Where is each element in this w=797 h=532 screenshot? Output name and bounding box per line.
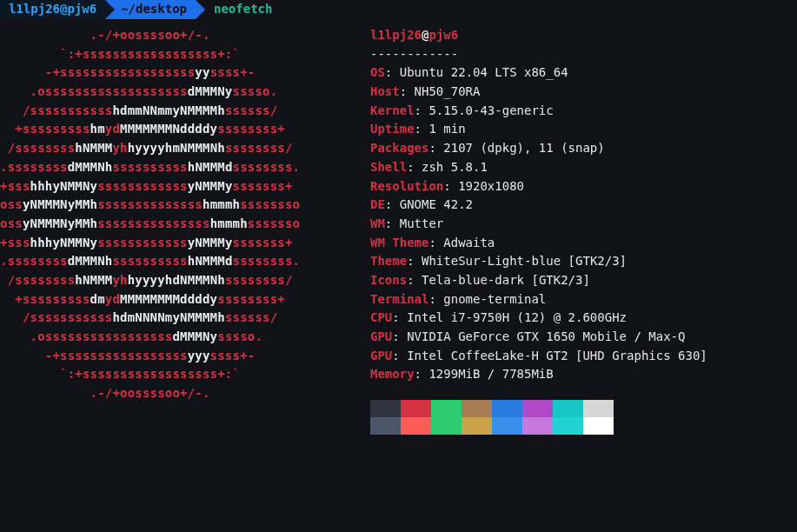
- prompt-line[interactable]: l1lpj26@pjw6 ~/desktop neofetch: [0, 0, 797, 19]
- info-value: 1299MiB / 7785MiB: [428, 367, 553, 381]
- info-value: NH50_70RA: [415, 84, 481, 98]
- color-swatch: [583, 417, 614, 435]
- color-swatch: [583, 400, 614, 417]
- info-colon: :: [428, 292, 443, 306]
- info-colon: :: [428, 236, 443, 249]
- color-swatches: [370, 400, 614, 435]
- color-swatch: [401, 417, 431, 435]
- info-value: Intel i7-9750H (12) @ 2.600GHz: [407, 310, 627, 324]
- color-swatch: [553, 417, 583, 435]
- info-colon: :: [385, 65, 400, 79]
- info-value: Tela-blue-dark [GTK2/3]: [422, 273, 590, 287]
- info-value: Ubuntu 22.04 LTS x86_64: [400, 65, 568, 79]
- info-field: OS: Ubuntu 22.04 LTS x86_64: [370, 63, 707, 83]
- color-swatch: [462, 417, 492, 435]
- info-value: gnome-terminal: [443, 292, 546, 306]
- command-text: neofetch: [214, 0, 272, 19]
- info-separator: ------------: [370, 45, 707, 64]
- terminal[interactable]: l1lpj26@pjw6 ~/desktop neofetch .-/+ooss…: [0, 0, 797, 435]
- color-swatch: [522, 400, 553, 417]
- info-colon: :: [407, 273, 422, 287]
- info-field: Theme: WhiteSur-Light-blue [GTK2/3]: [370, 252, 707, 271]
- info-key: DE: [370, 197, 385, 211]
- info-colon: :: [385, 216, 400, 230]
- info-field: CPU: Intel i7-9750H (12) @ 2.600GHz: [370, 309, 707, 328]
- color-swatch: [492, 417, 522, 435]
- info-key: WM Theme: [370, 236, 428, 249]
- info-field: WM: Mutter: [370, 215, 707, 234]
- info-key: CPU: [370, 310, 392, 324]
- info-value: 5.15.0-43-generic: [428, 103, 553, 117]
- info-colon: :: [428, 141, 443, 155]
- info-value: 1 min: [428, 122, 465, 136]
- color-swatch: [492, 400, 522, 417]
- info-colon: :: [385, 197, 400, 211]
- info-key: Resolution: [370, 179, 443, 193]
- info-field: Icons: Tela-blue-dark [GTK2/3]: [370, 271, 707, 290]
- info-key: Terminal: [370, 292, 428, 306]
- info-field: GPU: Intel CoffeeLake-H GT2 [UHD Graphic…: [370, 347, 707, 366]
- info-key: Shell: [370, 160, 407, 174]
- info-value: WhiteSur-Light-blue [GTK2/3]: [422, 254, 627, 268]
- info-value: GNOME 42.2: [400, 197, 473, 211]
- system-info: l1lpj26@pjw6 ------------ OS: Ubuntu 22.…: [365, 26, 707, 435]
- info-colon: :: [415, 367, 429, 381]
- info-key: Uptime: [370, 122, 415, 136]
- info-key: Host: [370, 84, 400, 98]
- info-field: Host: NH50_70RA: [370, 83, 707, 102]
- info-key: Theme: [370, 254, 407, 268]
- prompt-path-segment: ~/desktop: [105, 0, 196, 19]
- info-key: GPU: [370, 349, 392, 362]
- color-swatch: [401, 400, 431, 417]
- info-value: 1920x1080: [458, 179, 524, 193]
- color-swatch: [522, 417, 553, 435]
- info-key: Memory: [370, 367, 415, 381]
- info-colon: :: [407, 254, 422, 268]
- info-field: WM Theme: Adwaita: [370, 234, 707, 253]
- info-colon: :: [407, 160, 422, 174]
- info-value: Adwaita: [443, 236, 495, 249]
- color-swatch: [462, 400, 492, 417]
- color-swatch: [553, 400, 583, 417]
- prompt-arrow-icon: [105, 0, 115, 19]
- info-key: OS: [370, 65, 385, 79]
- info-field: Resolution: 1920x1080: [370, 177, 707, 196]
- info-colon: :: [392, 310, 407, 324]
- info-key: GPU: [370, 329, 392, 343]
- prompt-arrow-icon: [196, 0, 205, 19]
- info-colon: :: [415, 103, 429, 117]
- color-swatch: [431, 400, 462, 417]
- info-user: l1lpj26: [370, 28, 422, 42]
- info-value: Intel CoffeeLake-H GT2 [UHD Graphics 630…: [407, 349, 707, 362]
- color-swatch: [431, 417, 462, 435]
- info-field: GPU: NVIDIA GeForce GTX 1650 Mobile / Ma…: [370, 328, 707, 347]
- info-colon: :: [392, 329, 407, 343]
- info-colon: :: [392, 349, 407, 362]
- color-swatch: [370, 400, 401, 417]
- info-field: Packages: 2107 (dpkg), 11 (snap): [370, 139, 707, 158]
- info-field: DE: GNOME 42.2: [370, 196, 707, 215]
- info-colon: :: [400, 84, 415, 98]
- info-value: 2107 (dpkg), 11 (snap): [443, 141, 604, 155]
- info-key: Kernel: [370, 103, 415, 117]
- color-swatch: [370, 417, 401, 435]
- info-field: Uptime: 1 min: [370, 120, 707, 139]
- info-colon: :: [443, 179, 458, 193]
- info-field: Kernel: 5.15.0-43-generic: [370, 102, 707, 121]
- info-key: Icons: [370, 273, 407, 287]
- info-value: NVIDIA GeForce GTX 1650 Mobile / Max-Q: [407, 329, 685, 343]
- info-value: zsh 5.8.1: [422, 160, 488, 174]
- ascii-logo: .-/+oossssoo+/-. `:+ssssssssssssssssss+:…: [0, 26, 365, 435]
- info-key: Packages: [370, 141, 428, 155]
- info-field: Memory: 1299MiB / 7785MiB: [370, 365, 707, 384]
- info-header: l1lpj26@pjw6: [370, 26, 707, 45]
- info-host: pjw6: [428, 28, 458, 42]
- info-field: Shell: zsh 5.8.1: [370, 158, 707, 177]
- info-key: WM: [370, 216, 385, 230]
- prompt-user-segment: l1lpj26@pjw6: [0, 0, 105, 19]
- info-colon: :: [415, 122, 429, 136]
- info-field: Terminal: gnome-terminal: [370, 290, 707, 309]
- info-value: Mutter: [400, 216, 444, 230]
